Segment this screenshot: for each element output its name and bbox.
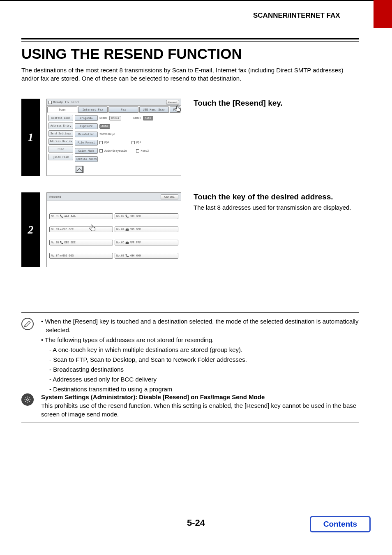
note-block-2: System Settings (Administrator): Disable… (21, 388, 359, 423)
special-modes-button[interactable]: Special Modes (75, 156, 98, 162)
btn-send-settings[interactable]: Send Settings (48, 130, 73, 137)
resend-item[interactable]: No.02📞BBB BBB (115, 213, 178, 219)
format-value-2: PDF (136, 141, 141, 144)
tab-scan[interactable]: Scan (47, 106, 77, 113)
pdf-icon (99, 141, 103, 144)
intro-text: The destinations of the most recent 8 tr… (21, 66, 359, 82)
resend-button[interactable]: Resend (166, 100, 179, 104)
btn-address-review[interactable]: Address Review (48, 138, 73, 145)
note-block-1: When the [Resend] key is touched and a d… (21, 312, 359, 399)
file-format-button[interactable]: File Format (75, 140, 98, 146)
scan-label: Scan: (99, 117, 108, 120)
color-mode-button[interactable]: Color Mode (75, 148, 98, 154)
pen-icon (21, 318, 34, 330)
step-number: 2 (21, 192, 40, 267)
rule-thick (21, 38, 359, 39)
step2-screenshot: Resend Cancel No.01📞AAA AAANo.02📞BBB BBB… (46, 192, 181, 267)
note-sub: Broadcasting destinations (43, 365, 359, 374)
resend-item[interactable]: No.07✉GGG GGG (49, 253, 113, 259)
note-sub: Addresses used only for BCC delivery (43, 375, 359, 384)
send-size: Auto (143, 116, 154, 120)
btn-file[interactable]: File (48, 146, 73, 153)
admin-note-body: This prohibits use of the resend functio… (41, 401, 359, 419)
scan-size: 8½x11 (109, 116, 122, 120)
resend-item[interactable]: No.05📞EEE EEE (49, 240, 113, 245)
tab-usb[interactable]: USB Mem. Scan (139, 106, 169, 113)
color-icon (99, 149, 103, 153)
resend-item[interactable]: No.01📞AAA AAA (49, 213, 113, 219)
format-value-1: PDF (104, 141, 109, 144)
section-header: SCANNER/INTERNET FAX (253, 12, 340, 20)
step2-body: The last 8 addresses used for transmissi… (194, 204, 359, 211)
status-text: Ready to send. (53, 100, 81, 104)
page-title: USING THE RESEND FUNCTION (21, 46, 359, 62)
original-button[interactable]: Original (75, 115, 98, 121)
hand-cursor-icon (88, 224, 97, 233)
resend-title: Resend (49, 195, 61, 199)
step-2: 2 Resend Cancel No.01📞AAA AAANo.02📞BBB B… (21, 192, 359, 267)
note-bullet: The following types of addresses are not… (41, 335, 359, 344)
tab-ifax[interactable]: Internet Fax (78, 106, 108, 113)
hand-cursor-icon (173, 105, 182, 114)
preview-icon[interactable] (75, 166, 84, 173)
gear-icon (21, 393, 34, 406)
pdf-icon (131, 141, 135, 144)
resolution-button[interactable]: Resolution (75, 132, 98, 137)
contents-link[interactable]: Contents (310, 516, 371, 532)
btn-address-entry[interactable]: Address Entry (48, 123, 73, 129)
mono-icon (136, 149, 139, 153)
tab-fax[interactable]: Fax (108, 106, 138, 113)
color-value-1: Auto/Grayscale (104, 150, 127, 153)
step-1: 1 Ready to send. Resend Scan Internet Fa… (21, 99, 359, 176)
admin-note-heading: System Settings (Administrator): Disable… (41, 393, 359, 401)
resend-item[interactable]: No.06📠FFF FFF (115, 240, 178, 245)
send-label: Send: (133, 117, 141, 120)
step2-heading: Touch the key of the desired address. (194, 192, 359, 201)
color-value-2: Mono2 (141, 150, 149, 153)
resend-item[interactable]: No.08📞HHH HHH (115, 253, 178, 259)
step-number: 1 (21, 99, 40, 176)
exposure-button[interactable]: Exposure (75, 123, 98, 129)
rule-thin (21, 41, 359, 42)
header-top-line (0, 0, 374, 1)
header-red-stripe (374, 0, 392, 28)
btn-quick-file[interactable]: Quick File (48, 154, 73, 160)
exposure-value: Auto (99, 124, 110, 129)
rule (21, 423, 359, 423)
printer-icon (48, 101, 52, 104)
note-bullet: When the [Resend] key is touched and a d… (41, 317, 359, 334)
btn-address-book[interactable]: Address Book (48, 115, 73, 121)
resend-item[interactable]: No.03✉CCC CCC (49, 227, 113, 232)
step1-screenshot: Ready to send. Resend Scan Internet Fax … (46, 99, 181, 176)
note-sub: A one-touch key in which multiple destin… (43, 345, 359, 354)
step1-heading: Touch the [Resend] key. (194, 99, 359, 108)
svg-point-1 (27, 399, 29, 401)
resend-item[interactable]: No.04📠DDD DDD (115, 227, 178, 232)
note-sub: Scan to FTP, Scan to Desktop, and Scan t… (43, 355, 359, 364)
cancel-button[interactable]: Cancel (161, 194, 178, 199)
resolution-value: 200X200dpi (99, 133, 115, 136)
svg-rect-0 (76, 166, 83, 173)
